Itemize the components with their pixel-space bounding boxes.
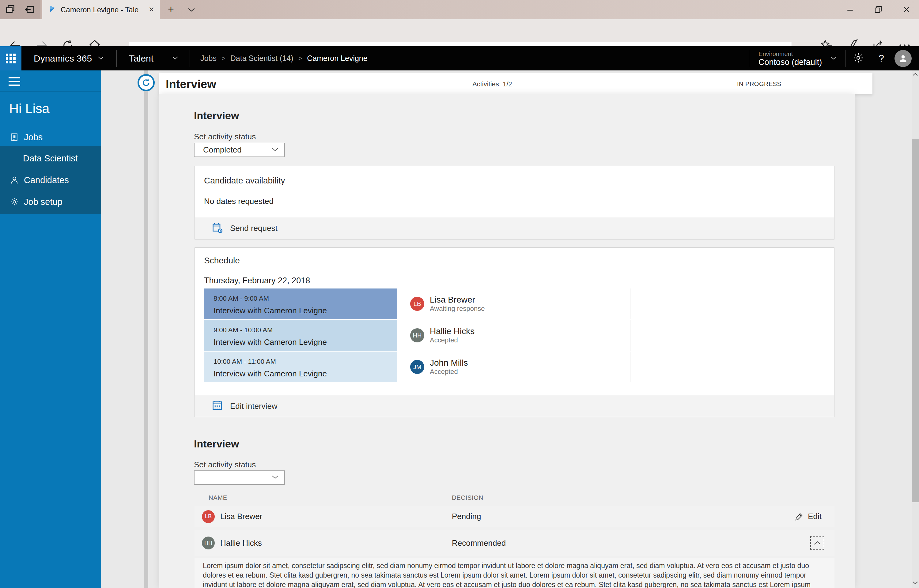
scroll-down-icon[interactable] <box>912 581 918 586</box>
slot-empty-cell <box>630 352 824 382</box>
edit-interview-label: Edit interview <box>230 402 278 411</box>
activity-status-select-2[interactable] <box>194 470 285 485</box>
calendar-icon <box>212 400 223 412</box>
breadcrumb-job-title[interactable]: Data Scientist (14) <box>230 54 294 63</box>
interviewer-name: Lisa Brewer <box>430 295 485 305</box>
schedule-card: Schedule Thursday, February 22, 2018 8:0… <box>194 247 835 417</box>
slot-time-block[interactable]: 9:00 AM - 10:00 AM Interview with Camero… <box>204 320 397 351</box>
sidebar-item-job-setup[interactable]: Job setup <box>0 193 101 211</box>
schedule-slot-row[interactable]: 9:00 AM - 10:00 AM Interview with Camero… <box>204 320 824 351</box>
app-chevron-icon[interactable] <box>172 55 179 61</box>
sidebar-item-candidates[interactable]: Candidates <box>0 171 101 189</box>
interviewer-status: Awaiting response <box>430 305 485 313</box>
avatar-initials: LB <box>205 513 212 520</box>
refresh-spinner-icon[interactable] <box>137 74 155 91</box>
edit-interview-button[interactable]: Edit interview <box>195 395 834 417</box>
slot-time: 8:00 AM - 9:00 AM <box>213 295 397 302</box>
waffle-icon <box>6 53 16 63</box>
send-request-label: Send request <box>230 224 278 233</box>
availability-body: No dates requested <box>204 197 273 206</box>
row-name: Lisa Brewer <box>220 512 262 521</box>
slot-time: 10:00 AM - 11:00 AM <box>213 358 397 366</box>
avatar-initials: HH <box>204 540 212 546</box>
availability-card-title: Candidate availability <box>204 176 285 186</box>
breadcrumb-jobs[interactable]: Jobs <box>200 54 216 63</box>
decision-row-hallie-hicks[interactable]: HH Hallie Hicks Recommended <box>194 530 835 556</box>
slot-subject: Interview with Cameron Levigne <box>213 338 397 347</box>
app-name[interactable]: Talent <box>129 53 153 64</box>
row-decision: Recommended <box>452 538 506 548</box>
environment-picker[interactable]: Environment Contoso (default) <box>759 50 822 67</box>
interviewer-status: Accepted <box>430 368 468 376</box>
slot-time-block[interactable]: 8:00 AM - 9:00 AM Interview with Cameron… <box>204 289 397 319</box>
sidebar-greeting: Hi Lisa <box>9 101 49 116</box>
slot-interviewer: LB Lisa Brewer Awaiting response <box>399 289 630 319</box>
interviewer-status: Accepted <box>430 336 475 344</box>
edit-label: Edit <box>808 512 822 521</box>
slot-time: 9:00 AM - 10:00 AM <box>213 326 397 334</box>
new-tab-button[interactable]: + <box>168 3 174 15</box>
set-activity-status-label: Set activity status <box>194 460 256 470</box>
app-launcher-button[interactable] <box>0 46 21 70</box>
slot-interviewer: HH Hallie Hicks Accepted <box>399 320 630 351</box>
edit-button[interactable]: Edit <box>794 512 822 521</box>
activity-status-select[interactable]: Completed <box>194 143 285 157</box>
interviewer-name: John Mills <box>430 358 468 368</box>
product-chevron-icon[interactable] <box>97 55 104 61</box>
breadcrumb-separator: > <box>298 55 302 63</box>
set-tabs-aside-icon[interactable] <box>24 4 35 16</box>
tab-close-icon[interactable]: ✕ <box>147 5 156 14</box>
user-avatar[interactable] <box>895 50 912 67</box>
activity-title: Interview <box>166 78 216 91</box>
navbar-right: Environment Contoso (default) ? <box>749 50 919 67</box>
candidate-availability-card: Candidate availability No dates requeste… <box>194 166 835 239</box>
sidebar-item-jobs[interactable]: Jobs <box>0 128 101 146</box>
column-header-name: NAME <box>208 494 227 501</box>
settings-gear-icon[interactable] <box>853 52 864 65</box>
window-restore-button[interactable] <box>874 5 883 15</box>
sidebar: Hi Lisa Jobs Data Scientist Candidates <box>0 70 101 588</box>
product-name[interactable]: Dynamics 365 <box>34 53 92 64</box>
show-tabs-aside-icon[interactable] <box>5 4 16 16</box>
environment-label: Environment <box>759 50 822 58</box>
tab-preview-chevron-icon[interactable] <box>187 7 195 14</box>
schedule-slot-row[interactable]: 10:00 AM - 11:00 AM Interview with Camer… <box>204 352 824 382</box>
slot-time-block[interactable]: 10:00 AM - 11:00 AM Interview with Camer… <box>204 352 397 382</box>
slot-subject: Interview with Cameron Levigne <box>213 369 397 378</box>
row-decision: Pending <box>452 512 481 521</box>
browser-tab[interactable]: Cameron Levigne - Tale ✕ <box>42 0 160 19</box>
sidebar-item-data-scientist[interactable]: Data Scientist <box>23 149 101 168</box>
navbar-separator <box>749 50 749 67</box>
sidebar-item-label: Job setup <box>24 197 63 207</box>
row-name: Hallie Hicks <box>220 538 262 548</box>
decision-row-lisa-brewer[interactable]: LB Lisa Brewer Pending Edit <box>194 506 835 527</box>
collapse-row-button[interactable] <box>810 536 824 550</box>
avatar: LB <box>410 297 424 311</box>
panel-divider[interactable] <box>144 70 148 588</box>
schedule-slot-row[interactable]: 8:00 AM - 9:00 AM Interview with Cameron… <box>204 289 824 319</box>
chevron-down-icon <box>271 147 279 153</box>
page-scrollbar[interactable] <box>912 70 919 588</box>
feedback-text: Lorem ipsum dolor sit amet, consetetur s… <box>194 558 835 588</box>
column-header-decision: DECISION <box>452 494 483 501</box>
sidebar-item-label: Data Scientist <box>23 153 78 163</box>
person-icon <box>9 176 19 185</box>
interviewer-name: Hallie Hicks <box>430 326 475 336</box>
window-close-button[interactable] <box>902 5 911 15</box>
slot-subject: Interview with Cameron Levigne <box>213 306 397 315</box>
tab-title: Cameron Levigne - Tale <box>61 5 147 14</box>
send-request-button[interactable]: Send request <box>195 217 834 239</box>
help-icon[interactable]: ? <box>879 53 884 64</box>
avatar: LB <box>202 510 215 523</box>
main-content: Interview Activities: 1/2 IN PROGRESS In… <box>101 70 919 588</box>
gear-icon <box>9 197 19 207</box>
window-minimize-button[interactable] <box>845 5 855 15</box>
chevron-up-icon <box>813 540 821 546</box>
scrollbar-thumb[interactable] <box>912 139 919 502</box>
environment-chevron-icon[interactable] <box>830 55 837 62</box>
hamburger-menu-icon[interactable] <box>8 77 20 88</box>
breadcrumb: Jobs > Data Scientist (14) > Cameron Lev… <box>200 54 368 63</box>
status-badge: IN PROGRESS <box>737 81 781 87</box>
slot-empty-cell <box>630 320 824 351</box>
scroll-up-icon[interactable] <box>912 72 918 78</box>
